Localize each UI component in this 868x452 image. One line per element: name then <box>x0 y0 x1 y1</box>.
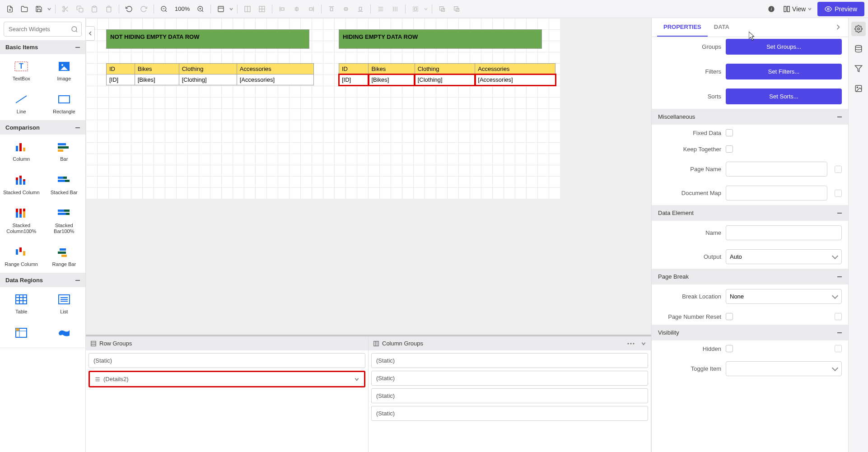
column-group-item[interactable]: (Static) <box>371 371 648 386</box>
separator <box>370 5 371 14</box>
widget-rectangle[interactable]: Rectangle <box>43 87 86 120</box>
section-comparison[interactable]: Comparison <box>0 121 85 135</box>
save-button[interactable] <box>33 3 45 15</box>
document-map-input[interactable] <box>726 186 827 200</box>
column-group-item[interactable]: (Static) <box>371 353 648 368</box>
keep-together-checkbox[interactable] <box>726 145 733 153</box>
chevron-down-icon[interactable] <box>424 7 428 11</box>
distribute-h-button[interactable] <box>374 3 387 15</box>
zoom-in-button[interactable] <box>194 3 207 15</box>
tab-data[interactable]: DATA <box>708 18 736 37</box>
section-miscellaneous[interactable]: Miscellaneous <box>652 109 848 125</box>
tab-properties[interactable]: PROPERTIES <box>657 18 708 37</box>
widget-bar[interactable]: Bar <box>43 135 86 168</box>
align-top-button[interactable] <box>325 3 338 15</box>
design-canvas[interactable]: NOT HIDING EMPTY DATA ROW IDBikesClothin… <box>86 18 560 199</box>
widget-table[interactable]: Table <box>0 287 43 320</box>
section-visibility[interactable]: Visibility <box>652 325 848 340</box>
size-button[interactable] <box>409 3 422 15</box>
break-location-select[interactable]: None <box>726 289 842 304</box>
open-file-button[interactable] <box>18 3 31 15</box>
collapse-left-panel-button[interactable] <box>86 26 95 41</box>
set-groups-button[interactable]: Set Groups... <box>726 39 842 55</box>
widget-textbox[interactable]: TTextBox <box>0 54 43 87</box>
split-cells-button[interactable] <box>256 3 268 15</box>
expand-panel-button[interactable] <box>834 22 843 33</box>
expression-button[interactable] <box>835 166 842 173</box>
chevron-down-icon[interactable] <box>47 7 51 11</box>
preview-button[interactable]: Preview <box>817 2 864 16</box>
fixed-data-checkbox[interactable] <box>726 129 733 136</box>
set-sorts-button[interactable]: Set Sorts... <box>726 89 842 104</box>
paste-button[interactable] <box>88 3 101 15</box>
chevron-down-icon[interactable] <box>354 377 359 382</box>
report-header-left[interactable]: NOT HIDING EMPTY DATA ROW <box>106 29 309 49</box>
align-bottom-button[interactable] <box>354 3 367 15</box>
view-label: View <box>792 5 806 13</box>
zoom-out-button[interactable] <box>158 3 170 15</box>
widget-column[interactable]: Column <box>0 135 43 168</box>
widget-range-column[interactable]: Range Column <box>0 240 43 273</box>
report-table-left[interactable]: IDBikesClothingAccessories [ID][Bikes][C… <box>106 63 314 85</box>
section-basic-items[interactable]: Basic Items <box>0 40 85 54</box>
new-file-button[interactable] <box>4 3 16 15</box>
widget-image[interactable]: Image <box>43 54 86 87</box>
redo-button[interactable] <box>137 3 150 15</box>
widget-stacked-column-100[interactable]: Stacked Column100% <box>0 201 43 240</box>
widget-list[interactable]: List <box>43 287 86 320</box>
merge-cells-button[interactable] <box>241 3 254 15</box>
search-input[interactable] <box>4 22 82 37</box>
data-element-name-input[interactable] <box>726 225 842 240</box>
collapse-icon <box>837 332 842 333</box>
widget-line[interactable]: Line <box>0 87 43 120</box>
view-dropdown[interactable]: View <box>779 5 816 13</box>
widget-stacked-column[interactable]: Stacked Column <box>0 168 43 201</box>
chevron-down-icon[interactable] <box>641 341 646 346</box>
set-filters-button[interactable]: Set Filters... <box>726 64 842 79</box>
send-back-button[interactable] <box>450 3 463 15</box>
copy-button[interactable] <box>74 3 86 15</box>
rail-data-button[interactable] <box>851 42 866 56</box>
section-data-element[interactable]: Data Element <box>652 205 848 221</box>
report-header-right[interactable]: HIDING EMPTY DATA ROW <box>339 29 542 49</box>
rail-image-button[interactable] <box>851 81 866 96</box>
chevron-down-icon[interactable] <box>229 7 233 11</box>
widget-pivot[interactable] <box>0 321 43 348</box>
align-left-button[interactable] <box>276 3 289 15</box>
rail-properties-button[interactable] <box>851 22 866 36</box>
info-button[interactable]: i <box>765 3 778 15</box>
output-select[interactable]: Auto <box>726 249 842 264</box>
expression-button[interactable] <box>835 190 842 197</box>
zoom-level[interactable]: 100% <box>172 5 192 12</box>
align-right-button[interactable] <box>305 3 317 15</box>
layout-button[interactable] <box>215 3 227 15</box>
svg-point-122 <box>857 87 858 88</box>
toggle-item-select[interactable] <box>726 361 842 376</box>
widget-stacked-bar[interactable]: Stacked Bar <box>43 168 86 201</box>
distribute-v-button[interactable] <box>389 3 401 15</box>
row-group-item-selected[interactable]: (Details2) <box>89 371 365 387</box>
widget-stacked-bar-100[interactable]: Stacked Bar100% <box>43 201 86 240</box>
expression-button[interactable] <box>835 345 842 352</box>
section-page-break[interactable]: Page Break <box>652 269 848 284</box>
column-group-item[interactable]: (Static) <box>371 406 648 421</box>
widget-map[interactable] <box>43 321 86 348</box>
widget-range-bar[interactable]: Range Bar <box>43 240 86 273</box>
section-data-regions[interactable]: Data Regions <box>0 273 85 287</box>
align-center-button[interactable] <box>290 3 303 15</box>
more-icon[interactable] <box>627 343 635 345</box>
cut-button[interactable] <box>59 3 72 15</box>
column-group-item[interactable]: (Static) <box>371 388 648 403</box>
svg-text:T: T <box>19 62 23 70</box>
hidden-checkbox[interactable] <box>726 345 733 352</box>
bring-front-button[interactable] <box>436 3 448 15</box>
undo-button[interactable] <box>123 3 135 15</box>
delete-button[interactable] <box>103 3 115 15</box>
rail-filter-button[interactable] <box>851 61 866 76</box>
page-name-input[interactable] <box>726 162 827 177</box>
align-middle-button[interactable] <box>340 3 352 15</box>
expression-button[interactable] <box>835 313 842 320</box>
row-group-item[interactable]: (Static) <box>89 353 365 368</box>
page-number-reset-checkbox[interactable] <box>726 313 733 320</box>
report-table-right[interactable]: IDBikesClothingAccessories [ID][Bikes][C… <box>339 63 555 85</box>
